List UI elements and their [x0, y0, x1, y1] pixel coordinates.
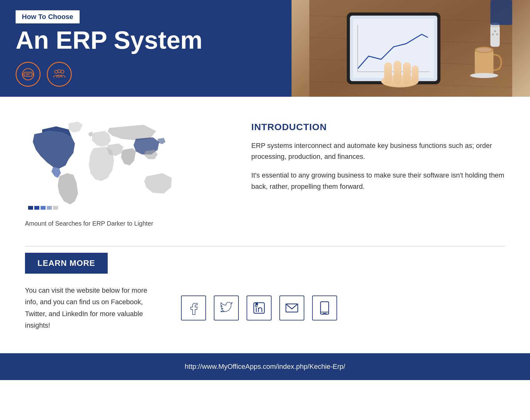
map-caption: Amount of Searches for ERP Darker to Lig… [25, 220, 153, 227]
svg-rect-36 [34, 206, 39, 210]
erp-title: An ERP System [16, 27, 276, 54]
world-map-svg [25, 115, 181, 215]
twitter-icon[interactable] [214, 295, 239, 320]
twitter-svg [218, 300, 234, 316]
visit-text: You can visit the website below for more… [25, 285, 156, 331]
svg-rect-23 [475, 50, 493, 75]
facebook-icon[interactable] [181, 295, 206, 320]
learn-more-button[interactable]: LEARN MORE [25, 253, 108, 274]
header-photo-svg [309, 0, 512, 97]
svg-rect-1 [24, 72, 32, 76]
intro-para-2: It's essential to any growing business t… [251, 170, 505, 192]
svg-point-31 [492, 33, 494, 35]
mobile-icon[interactable] [312, 295, 337, 320]
bottom-row: You can visit the website below for more… [25, 285, 505, 331]
svg-rect-39 [53, 206, 58, 210]
intro-para-1: ERP systems interconnect and automate ke… [251, 140, 505, 162]
mobile-svg [317, 300, 332, 316]
svg-point-27 [470, 73, 498, 78]
svg-rect-38 [47, 206, 52, 210]
people-svg [52, 66, 67, 82]
how-to-choose-badge: How To Choose [16, 10, 80, 23]
linkedin-icon[interactable]: in [247, 295, 272, 320]
social-icons: in [181, 295, 337, 320]
footer-url: http://www.MyOfficeApps.com/index.php/Ke… [185, 363, 345, 370]
learn-more-section: LEARN MORE You can visit the website bel… [0, 247, 530, 344]
svg-rect-20 [394, 61, 401, 84]
svg-rect-19 [384, 62, 392, 84]
middle-section: Amount of Searches for ERP Darker to Lig… [0, 97, 530, 246]
header-left: How To Choose An ERP System [0, 0, 292, 97]
icons-row [16, 62, 276, 87]
intro-section: INTRODUCTION ERP systems interconnect an… [251, 115, 505, 227]
ticket-icon [16, 62, 41, 87]
linkedin-svg: in [251, 300, 267, 316]
map-section: Amount of Searches for ERP Darker to Lig… [25, 115, 233, 227]
footer: http://www.MyOfficeApps.com/index.php/Ke… [0, 353, 530, 380]
svg-rect-37 [41, 206, 46, 210]
svg-point-6 [61, 70, 64, 73]
svg-point-26 [476, 48, 492, 52]
svg-point-30 [494, 30, 496, 32]
intro-title: INTRODUCTION [251, 122, 505, 132]
svg-rect-33 [490, 0, 512, 25]
header-photo [292, 0, 530, 97]
svg-point-4 [55, 70, 58, 73]
how-to-choose-text: How To Choose [22, 13, 73, 21]
email-svg [284, 300, 300, 316]
svg-rect-21 [403, 62, 411, 84]
svg-rect-22 [412, 66, 419, 84]
header-right-image [292, 0, 530, 97]
svg-text:in: in [256, 302, 258, 305]
facebook-svg [186, 300, 201, 316]
ticket-svg [20, 66, 36, 82]
svg-rect-35 [28, 206, 33, 210]
people-icon [47, 62, 72, 87]
svg-rect-28 [490, 25, 500, 47]
email-icon[interactable] [279, 295, 304, 320]
svg-point-32 [496, 33, 498, 35]
header-section: How To Choose An ERP System [0, 0, 530, 97]
svg-point-5 [58, 70, 61, 73]
